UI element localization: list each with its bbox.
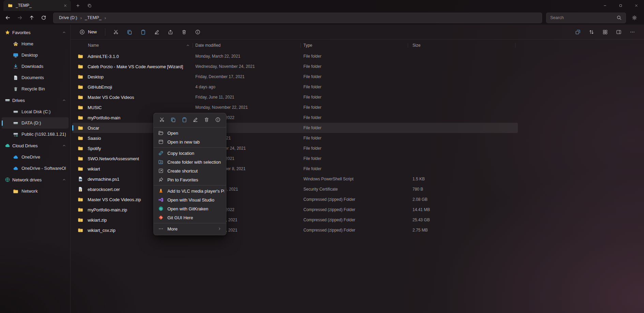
details-pane-button[interactable] <box>612 26 625 38</box>
cut-button[interactable] <box>157 115 167 124</box>
table-row[interactable]: SaasioFriday, July 2, 2021File folder <box>72 133 518 143</box>
sidebar-item-home[interactable]: Home <box>2 38 69 49</box>
delete-button[interactable] <box>202 115 211 124</box>
up-button[interactable] <box>26 12 37 24</box>
share-button[interactable] <box>164 26 177 38</box>
rename-button[interactable] <box>150 26 163 38</box>
menu-item-create-folder-with-selection[interactable]: Create folder with selection <box>155 158 224 166</box>
chevron-up-icon[interactable] <box>62 144 66 148</box>
folder-icon <box>13 189 18 194</box>
table-row[interactable]: ebarockscert.cerFriday, October 8, 2021S… <box>72 184 518 194</box>
delete-icon <box>181 29 187 35</box>
cloud-icon <box>13 166 18 171</box>
sidebar-item-documents[interactable]: Documents <box>2 72 69 83</box>
table-row[interactable]: Master VS Code Videos.zipCompressed (zip… <box>72 194 518 205</box>
paste-button[interactable] <box>180 115 189 124</box>
copy-button[interactable] <box>123 26 136 38</box>
file-name: Spotify <box>88 146 101 151</box>
table-row[interactable]: wikiart_csv.zipSunday, March 7, 2021Comp… <box>72 225 518 235</box>
sidebar-item-recycle-bin[interactable]: Recycle Bin <box>2 83 69 94</box>
chevron-up-icon[interactable] <box>62 98 66 102</box>
table-row[interactable]: Caleb Porzio - Make VS Code Awesome [Wiz… <box>72 61 518 72</box>
menu-item-add-to-vlc-media-player-s-pla[interactable]: Add to VLC media player's Pla… <box>155 187 224 195</box>
address-bar[interactable]: Drive (D:)›_TEMP_› <box>53 13 542 23</box>
menu-item-open-with-visual-studio[interactable]: Open with Visual Studio <box>155 195 224 204</box>
menu-item-create-shortcut[interactable]: Create shortcut <box>155 166 224 175</box>
table-row[interactable]: SpotifyFriday, September 24, 2021File fo… <box>72 143 518 153</box>
settings-button[interactable] <box>628 12 641 24</box>
sidebar-section-drives[interactable]: Drives <box>0 94 70 106</box>
table-row[interactable]: myPortfolio-main.zipMonday, May 2, 2022C… <box>72 205 518 215</box>
table-row[interactable]: myPortfolio-mainMonday, May 2, 2022File … <box>72 113 518 123</box>
file-size: 2.75 MB <box>413 228 518 233</box>
explorer-tab[interactable]: _TEMP_ <box>3 0 71 11</box>
refresh-button[interactable] <box>38 12 49 24</box>
sidebar-item-network[interactable]: Network <box>2 185 69 197</box>
info-button[interactable] <box>213 115 223 124</box>
menu-item-open-with-gitkraken[interactable]: Open with GitKraken <box>155 204 224 213</box>
menu-item-more[interactable]: More <box>155 224 224 233</box>
table-row[interactable]: OscarFile folder <box>72 123 518 133</box>
search-box[interactable] <box>546 13 626 23</box>
sidebar-item-local-disk-c[interactable]: Local Disk (C:) <box>2 106 69 117</box>
column-header-type[interactable]: Type <box>303 43 413 48</box>
chevron-up-icon[interactable] <box>62 178 66 182</box>
minimize-button[interactable] <box>597 0 613 11</box>
chevron-up-icon[interactable] <box>62 30 66 34</box>
copy-button[interactable] <box>168 115 178 124</box>
more-button[interactable] <box>626 26 639 38</box>
maximize-button[interactable] <box>613 0 628 11</box>
table-row[interactable]: Master VS Code VideosFriday, June 11, 20… <box>72 92 518 102</box>
menu-item-open-in-new-tab[interactable]: Open in new tab <box>155 137 224 146</box>
new-tab-button[interactable] <box>73 1 83 10</box>
close-button[interactable] <box>628 0 644 11</box>
table-row[interactable]: DesktopFriday, December 17, 2021File fol… <box>72 72 518 82</box>
new-button[interactable]: New <box>75 27 101 37</box>
breadcrumb-item[interactable]: _TEMP_ <box>84 15 102 20</box>
breadcrumb-chevron-icon: › <box>102 15 108 20</box>
delete-button[interactable] <box>178 26 190 38</box>
sort-button[interactable] <box>585 26 598 38</box>
copy-icon <box>127 29 132 35</box>
column-header-size[interactable]: Size <box>413 43 518 48</box>
sidebar-item-onedrive-softwareone[interactable]: OneDrive - SoftwareONE <box>2 163 69 174</box>
maximize-icon <box>619 4 623 8</box>
sidebar-section-cloud-drives[interactable]: Cloud Drives <box>0 140 70 151</box>
table-row[interactable]: MUSICMonday, November 22, 2021File folde… <box>72 102 518 113</box>
breadcrumb-chevron-icon: › <box>78 15 84 20</box>
sidebar-item-downloads[interactable]: Downloads <box>2 61 69 72</box>
sidebar-item-data-d[interactable]: DATA (D:) <box>2 117 69 129</box>
table-row[interactable]: wikiartMonday, November 8, 2021File fold… <box>72 164 518 174</box>
menu-item-copy-location[interactable]: Copy location <box>155 149 224 158</box>
column-header-name[interactable]: Name <box>78 43 195 48</box>
desktop-icon <box>13 53 18 58</box>
breadcrumb-item[interactable]: Drive (D:) <box>58 15 78 20</box>
pane-switch-button[interactable] <box>571 26 584 38</box>
column-header-date-modified[interactable]: Date modified <box>195 43 303 48</box>
menu-item-pin-to-favorites[interactable]: Pin to Favorites <box>155 175 224 184</box>
sidebar-section-network-drives[interactable]: Network drives <box>0 174 70 185</box>
menu-item-git-gui-here[interactable]: Git GUI Here <box>155 213 224 222</box>
table-row[interactable]: devmachine.ps1Windows PowerShell Script1… <box>72 174 518 184</box>
cut-button[interactable] <box>109 26 122 38</box>
tab-close-button[interactable] <box>61 2 69 9</box>
table-row[interactable]: wikiart.zipSunday, March 7, 2021Compress… <box>72 215 518 225</box>
tab-list-button[interactable] <box>85 1 94 10</box>
table-row[interactable]: GitHubEmoji4 days agoFile folder <box>72 82 518 92</box>
recycle-bin-icon <box>13 86 18 92</box>
layout-button[interactable] <box>599 26 611 38</box>
table-row[interactable]: SWO.NetworkAssessmentMonday, May 3, 2021… <box>72 153 518 164</box>
refresh-icon <box>41 15 46 20</box>
sidebar-item-onedrive[interactable]: OneDrive <box>2 151 69 163</box>
sidebar-section-favorites[interactable]: Favorites <box>0 27 70 38</box>
menu-item-open[interactable]: Open <box>155 129 224 137</box>
sidebar-item-desktop[interactable]: Desktop <box>2 49 69 61</box>
forward-button[interactable] <box>14 12 25 24</box>
back-button[interactable] <box>2 12 13 24</box>
info-button[interactable] <box>191 26 204 38</box>
paste-button[interactable] <box>137 26 149 38</box>
search-input[interactable] <box>550 15 614 20</box>
sidebar-item-public-192-168-1-21-z[interactable]: Public (\\192.168.1.21) (Z:) <box>2 129 69 140</box>
table-row[interactable]: AdminLTE-3.1.0Monday, March 22, 2021File… <box>72 51 518 61</box>
rename-button[interactable] <box>191 115 200 124</box>
